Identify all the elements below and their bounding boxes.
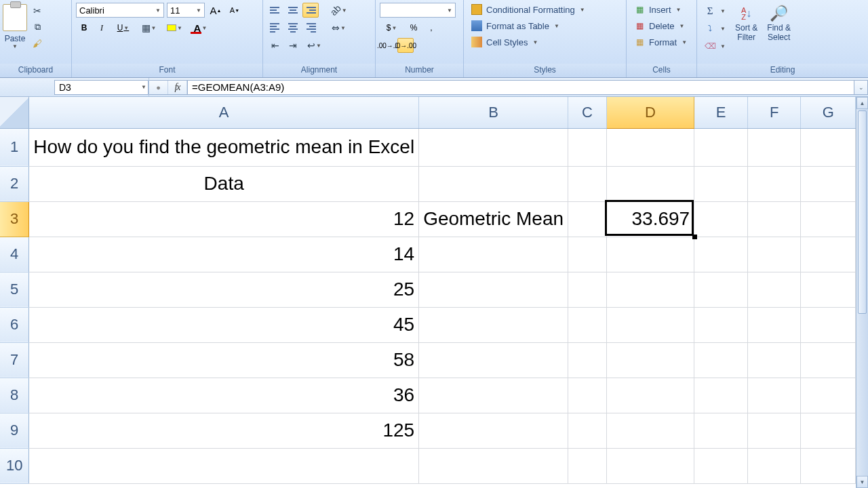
cell-E3[interactable] — [694, 201, 748, 237]
cell-B2[interactable] — [419, 166, 568, 201]
cell-F9[interactable] — [748, 413, 801, 448]
cell-C5[interactable] — [568, 272, 607, 307]
autosum-button[interactable]: Σ▼ — [703, 3, 728, 19]
delete-cells-button[interactable]: ▦ Delete▼ — [629, 18, 690, 34]
clear-button[interactable]: ⌫▼ — [703, 38, 728, 54]
column-header-F[interactable]: F — [748, 97, 801, 128]
cell-B10[interactable] — [419, 448, 568, 483]
border-button[interactable]: ▦▼ — [137, 20, 161, 35]
vertical-scrollbar[interactable]: ▲ ▼ — [856, 97, 868, 488]
cell-C1[interactable] — [568, 128, 607, 166]
cell-C4[interactable] — [568, 237, 607, 272]
cell-E4[interactable] — [694, 237, 748, 272]
cell-G4[interactable] — [801, 237, 856, 272]
cell-C8[interactable] — [568, 378, 607, 413]
orientation-button[interactable]: ab▼ — [327, 3, 351, 18]
select-all-button[interactable] — [0, 97, 29, 128]
cell-G8[interactable] — [801, 378, 856, 413]
row-header-3[interactable]: 3 — [0, 201, 29, 237]
cell-C3[interactable] — [568, 201, 607, 237]
format-cells-button[interactable]: ▦ Format▼ — [629, 34, 692, 50]
cell-G3[interactable] — [801, 201, 856, 237]
decrease-decimal-button[interactable]: .0→.00 — [397, 38, 414, 53]
cell-C6[interactable] — [568, 307, 607, 342]
align-middle-button[interactable] — [285, 3, 301, 18]
cell-G9[interactable] — [801, 413, 856, 448]
cell-E7[interactable] — [694, 342, 748, 378]
cell-C7[interactable] — [568, 342, 607, 378]
cell-G2[interactable] — [801, 166, 856, 201]
cell-C10[interactable] — [568, 448, 607, 483]
cell-E1[interactable] — [694, 128, 748, 166]
row-header-1[interactable]: 1 — [0, 128, 29, 166]
align-left-button[interactable] — [267, 20, 283, 35]
cell-B7[interactable] — [419, 342, 568, 378]
accounting-format-button[interactable]: $▼ — [380, 20, 404, 35]
cell-B3[interactable]: Geometric Mean — [419, 201, 568, 237]
cell-G7[interactable] — [801, 342, 856, 378]
cell-D6[interactable] — [606, 307, 694, 342]
insert-cells-button[interactable]: ▦ Insert▼ — [629, 1, 687, 18]
number-format-combo[interactable]: ▼ — [380, 3, 456, 18]
row-header-8[interactable]: 8 — [0, 378, 29, 413]
cell-F3[interactable] — [748, 201, 801, 237]
cell-F8[interactable] — [748, 378, 801, 413]
cell-D7[interactable] — [606, 342, 694, 378]
cell-B4[interactable] — [419, 237, 568, 272]
comma-format-button[interactable]: , — [423, 20, 439, 35]
cell-E5[interactable] — [694, 272, 748, 307]
cell-D10[interactable] — [606, 448, 694, 483]
scroll-up-button[interactable]: ▲ — [856, 97, 868, 109]
scroll-down-button[interactable]: ▼ — [856, 476, 868, 488]
bold-button[interactable]: B — [76, 20, 92, 35]
cell-D2[interactable] — [606, 166, 694, 201]
cell-A9[interactable]: 125 — [29, 413, 419, 448]
grid[interactable]: ABCDEFG1How do you find the geometric me… — [0, 97, 856, 488]
align-right-button[interactable] — [302, 20, 319, 35]
cell-A5[interactable]: 25 — [29, 272, 419, 307]
cell-A4[interactable]: 14 — [29, 237, 419, 272]
decrease-indent-button[interactable]: ⇤ — [267, 38, 283, 53]
cell-A7[interactable]: 58 — [29, 342, 419, 378]
italic-button[interactable]: I — [94, 20, 110, 35]
format-painter-button[interactable]: 🖌 — [30, 37, 45, 50]
paste-button[interactable]: Paste ▼ — [3, 1, 27, 49]
format-as-table-button[interactable]: Format as Table▼ — [467, 18, 565, 34]
cell-E10[interactable] — [694, 448, 748, 483]
copy-button[interactable]: ⧉ — [30, 20, 45, 34]
cell-G1[interactable] — [801, 128, 856, 166]
cell-B6[interactable] — [419, 307, 568, 342]
fill-button[interactable]: ⤵▼ — [703, 20, 728, 37]
formula-input[interactable]: =GEOMEAN(A3:A9) — [188, 80, 854, 95]
row-header-7[interactable]: 7 — [0, 342, 29, 378]
column-header-B[interactable]: B — [419, 97, 568, 128]
cut-button[interactable]: ✂ — [30, 4, 45, 18]
row-header-2[interactable]: 2 — [0, 166, 29, 201]
column-header-G[interactable]: G — [801, 97, 856, 128]
decrease-font-button[interactable]: A▼ — [226, 3, 243, 18]
column-header-C[interactable]: C — [568, 97, 607, 128]
column-header-D[interactable]: D — [606, 97, 694, 128]
cell-D1[interactable] — [606, 128, 694, 166]
cell-A3[interactable]: 12 — [29, 201, 419, 237]
cell-D3[interactable]: 33.697 — [606, 201, 694, 237]
cell-F10[interactable] — [748, 448, 801, 483]
row-header-4[interactable]: 4 — [0, 237, 29, 272]
cell-D4[interactable] — [606, 237, 694, 272]
cell-D5[interactable] — [606, 272, 694, 307]
cell-B8[interactable] — [419, 378, 568, 413]
name-box[interactable]: D3 ▼ — [54, 80, 149, 95]
increase-decimal-button[interactable]: .00→.0 — [380, 38, 396, 53]
underline-button[interactable]: U▼ — [111, 20, 136, 35]
cell-A2[interactable]: Data — [29, 166, 419, 201]
cell-B9[interactable] — [419, 413, 568, 448]
column-header-E[interactable]: E — [694, 97, 748, 128]
align-top-button[interactable] — [267, 3, 283, 18]
cell-G6[interactable] — [801, 307, 856, 342]
font-color-button[interactable]: A▼ — [189, 20, 213, 35]
cell-F7[interactable] — [748, 342, 801, 378]
cell-E2[interactable] — [694, 166, 748, 201]
row-header-6[interactable]: 6 — [0, 307, 29, 342]
cell-F1[interactable] — [748, 128, 801, 166]
font-name-combo[interactable]: Calibri▼ — [76, 3, 164, 18]
